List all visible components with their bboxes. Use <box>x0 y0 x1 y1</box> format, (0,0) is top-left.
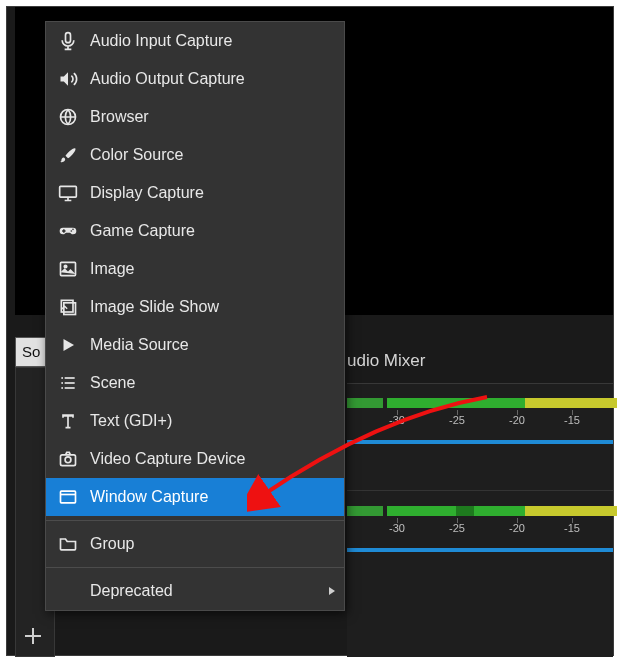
mixer-ticks-2: -30 -25 -20 -15 <box>347 518 613 534</box>
svg-rect-2 <box>60 186 77 197</box>
svg-rect-19 <box>61 491 76 503</box>
menu-item-label: Media Source <box>90 336 344 354</box>
add-source-menu[interactable]: Audio Input CaptureAudio Output CaptureB… <box>45 21 345 611</box>
volume-slider-1[interactable] <box>347 440 613 444</box>
menu-separator <box>46 520 344 521</box>
menu-item-label: Display Capture <box>90 184 344 202</box>
add-source-button[interactable] <box>18 620 48 652</box>
menu-item-camera[interactable]: Video Capture Device <box>46 440 344 478</box>
camera-icon <box>46 449 90 469</box>
menu-item-gamepad[interactable]: Game Capture <box>46 212 344 250</box>
folder-icon <box>46 534 90 554</box>
menu-item-label: Game Capture <box>90 222 344 240</box>
menu-item-label: Image Slide Show <box>90 298 344 316</box>
menu-separator <box>46 567 344 568</box>
list-icon <box>46 373 90 393</box>
menu-item-speaker[interactable]: Audio Output Capture <box>46 60 344 98</box>
menu-item-play[interactable]: Media Source <box>46 326 344 364</box>
sources-tab-label: So <box>22 343 40 360</box>
mixer-track-2: -30 -25 -20 -15 <box>347 492 613 576</box>
audio-mixer-panel: udio Mixer -30 -25 -20 -15 <box>347 337 613 657</box>
svg-rect-11 <box>61 377 63 379</box>
menu-item-text[interactable]: Text (GDI+) <box>46 402 344 440</box>
menu-item-label: Scene <box>90 374 344 392</box>
globe-icon <box>46 107 90 127</box>
audio-mixer-title: udio Mixer <box>347 351 425 371</box>
menu-item-label: Video Capture Device <box>90 450 344 468</box>
app-window: So udio Mixer -30 -25 -20 -15 <box>6 6 614 656</box>
svg-rect-13 <box>61 382 63 384</box>
gamepad-icon <box>46 221 90 241</box>
svg-rect-6 <box>63 229 65 232</box>
menu-item-label: Color Source <box>90 146 344 164</box>
brush-icon <box>46 145 90 165</box>
menu-item-monitor[interactable]: Display Capture <box>46 174 344 212</box>
window-icon <box>46 487 90 507</box>
menu-item-list[interactable]: Scene <box>46 364 344 402</box>
menu-item-label: Audio Output Capture <box>90 70 344 88</box>
svg-point-18 <box>65 457 71 463</box>
svg-rect-16 <box>65 387 75 389</box>
slides-icon <box>46 297 90 317</box>
svg-point-3 <box>71 230 73 232</box>
play-icon <box>46 336 90 354</box>
chevron-right-icon <box>320 586 344 596</box>
menu-item-label: Deprecated <box>90 582 320 600</box>
menu-item-globe[interactable]: Browser <box>46 98 344 136</box>
menu-item-label: Audio Input Capture <box>90 32 344 50</box>
text-icon <box>46 411 90 431</box>
svg-rect-15 <box>61 387 63 389</box>
image-icon <box>46 259 90 279</box>
menu-item-label: Group <box>90 535 344 553</box>
menu-item-label: Browser <box>90 108 344 126</box>
sources-tab[interactable]: So <box>15 337 47 367</box>
menu-item-group[interactable]: Group <box>46 525 344 563</box>
menu-item-label: Image <box>90 260 344 278</box>
svg-rect-0 <box>66 33 71 43</box>
menu-item-label: Text (GDI+) <box>90 412 344 430</box>
plus-icon <box>24 627 42 645</box>
mixer-ticks-1: -30 -25 -20 -15 <box>347 410 613 426</box>
menu-item-slides[interactable]: Image Slide Show <box>46 288 344 326</box>
menu-item-deprecated[interactable]: Deprecated <box>46 572 344 610</box>
svg-point-8 <box>64 265 67 268</box>
audio-mixer-body: -30 -25 -20 -15 -30 -25 -20 <box>347 383 613 657</box>
menu-item-mic[interactable]: Audio Input Capture <box>46 22 344 60</box>
svg-point-4 <box>72 229 74 231</box>
menu-item-window[interactable]: Window Capture <box>46 478 344 516</box>
menu-item-brush[interactable]: Color Source <box>46 136 344 174</box>
svg-rect-12 <box>65 377 75 379</box>
mixer-track-1: -30 -25 -20 -15 <box>347 384 613 468</box>
mic-icon <box>46 31 90 51</box>
volume-slider-2[interactable] <box>347 548 613 552</box>
monitor-icon <box>46 183 90 203</box>
svg-rect-14 <box>65 382 75 384</box>
menu-item-label: Window Capture <box>90 488 344 506</box>
speaker-icon <box>46 69 90 89</box>
menu-item-image[interactable]: Image <box>46 250 344 288</box>
